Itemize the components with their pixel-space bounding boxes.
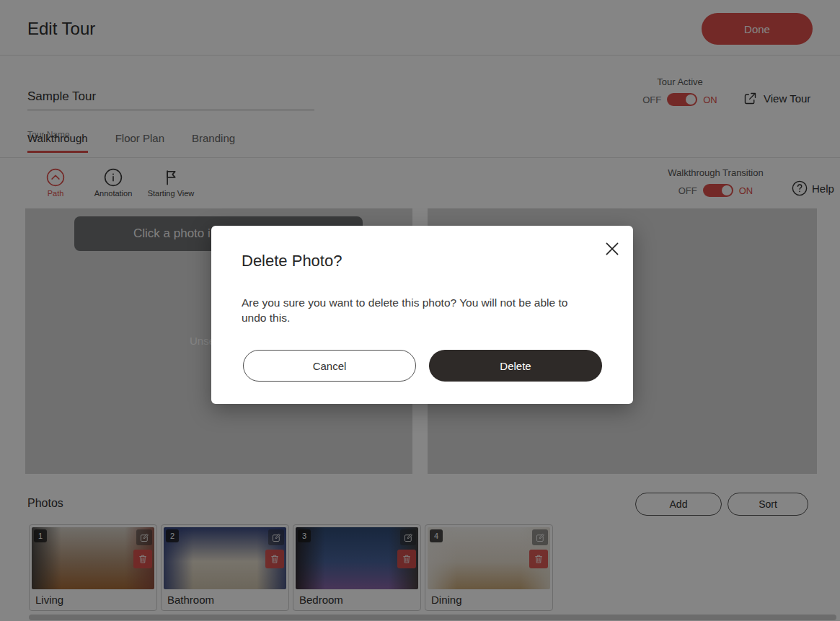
edit-tour-app: Edit Tour Done Tour Name Tour Active OFF… [0,0,840,621]
delete-button[interactable]: Delete [429,350,602,382]
close-icon [603,239,622,258]
dialog-title: Delete Photo? [242,252,342,270]
close-button[interactable] [601,238,623,260]
dialog-body-text: Are you sure you want to delete this pho… [242,295,595,325]
delete-photo-dialog: Delete Photo? Are you sure you want to d… [211,226,633,404]
cancel-button[interactable]: Cancel [243,350,416,382]
